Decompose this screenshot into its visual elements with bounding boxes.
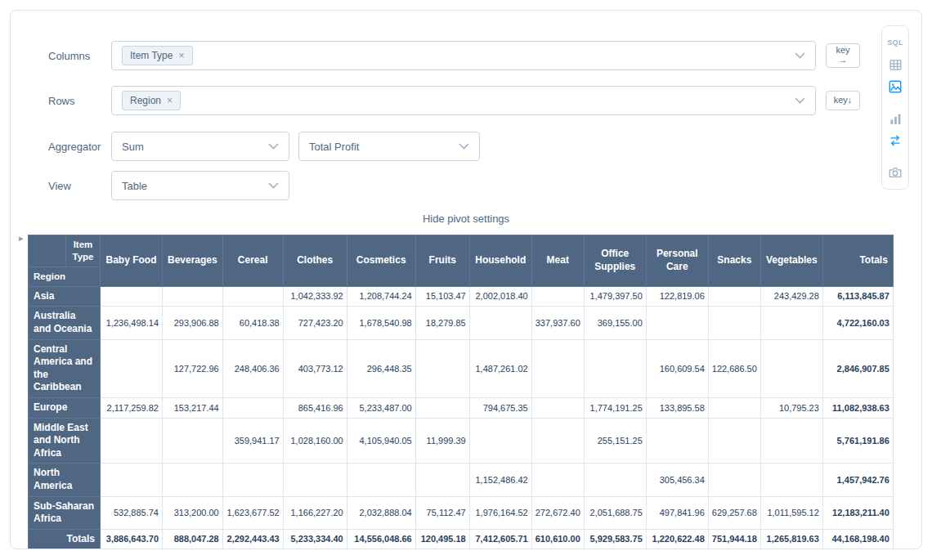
hide-pivot-settings-link[interactable]: Hide pivot settings: [11, 213, 921, 225]
pivot-grand-total-cell: 44,168,198.40: [822, 529, 893, 549]
pivot-value-cell: 532,885.74: [101, 496, 163, 529]
pivot-value-cell: [531, 286, 584, 307]
rows-select[interactable]: Region ×: [111, 86, 816, 115]
side-toolbar: SQL: [881, 25, 909, 190]
aggregator-value: Sum: [122, 141, 144, 153]
pivot-panel-card: Columns Item Type × key → Rows Region × …: [10, 10, 922, 549]
pivot-column-header: Cosmetics: [347, 235, 415, 287]
pivot-column-header: Meat: [531, 235, 584, 287]
table-grid-icon[interactable]: [886, 56, 904, 74]
pivot-value-cell: 359,941.17: [222, 418, 283, 464]
rows-key-order-button[interactable]: key↓: [826, 91, 860, 110]
pivot-value-cell: 1,166,227.20: [283, 496, 347, 529]
chevron-down-icon: [459, 143, 469, 150]
chevron-down-icon: [268, 143, 279, 150]
columns-label: Columns: [48, 41, 90, 70]
pivot-column-total-cell: 7,412,605.71: [469, 529, 531, 549]
view-select[interactable]: Table: [111, 171, 289, 200]
pivot-value-cell: 296,448.35: [347, 339, 415, 397]
pivot-value-cell: 153,217.44: [163, 397, 223, 418]
pivot-row-header: Europe: [29, 397, 101, 418]
pivot-value-cell: [101, 286, 163, 307]
pivot-row-header: Australia and Oceania: [29, 307, 101, 339]
collapse-panel-handle[interactable]: ▸: [19, 233, 24, 244]
pivot-value-cell: [646, 418, 708, 464]
pivot-column-header: Personal Care: [646, 235, 708, 287]
pivot-row: Asia1,042,333.921,208,744.2415,103.472,0…: [29, 286, 894, 307]
pivot-column-header: Office Supplies: [584, 235, 646, 287]
arrow-right-icon: →: [839, 56, 848, 65]
pivot-value-cell: 403,773.12: [283, 339, 347, 397]
pivot-value-cell: 1,479,397.50: [584, 286, 646, 307]
pivot-value-cell: [101, 339, 163, 397]
pivot-value-cell: 122,819.06: [646, 286, 708, 307]
export-transfer-icon[interactable]: [886, 132, 904, 150]
pivot-value-cell: 497,841.96: [646, 496, 708, 529]
view-value: Table: [122, 180, 147, 192]
pivot-value-cell: 243,429.28: [760, 286, 822, 307]
pivot-value-cell: 5,233,487.00: [347, 397, 415, 418]
rows-tag: Region ×: [122, 91, 181, 110]
columns-tag-label: Item Type: [130, 50, 173, 61]
remove-tag-icon[interactable]: ×: [178, 51, 184, 60]
aggregator-select[interactable]: Sum: [111, 132, 289, 161]
arrow-down-icon: ↓: [848, 96, 853, 105]
pivot-value-cell: [531, 397, 584, 418]
pivot-row-total-cell: 11,082,938.63: [822, 397, 893, 418]
pivot-value-cell: [760, 339, 822, 397]
pivot-row-header: North America: [29, 464, 101, 496]
pivot-row: Europe2,117,259.82153,217.44865,416.965,…: [29, 397, 894, 418]
bar-chart-icon[interactable]: [886, 110, 904, 128]
pivot-value-cell: [708, 307, 760, 339]
pivot-value-cell: [163, 418, 223, 464]
pivot-value-cell: 2,032,888.04: [347, 496, 415, 529]
pivot-value-cell: 1,623,677.52: [222, 496, 283, 529]
pivot-row-total-cell: 4,722,160.03: [822, 307, 893, 339]
aggregator-arg-value: Total Profit: [309, 141, 359, 153]
columns-tag: Item Type ×: [122, 46, 193, 65]
pivot-value-cell: [760, 307, 822, 339]
columns-key-order-button[interactable]: key →: [826, 43, 860, 68]
pivot-value-cell: 127,722.96: [163, 339, 223, 397]
pivot-value-cell: [760, 464, 822, 496]
pivot-value-cell: [222, 464, 283, 496]
aggregator-arg-select[interactable]: Total Profit: [298, 132, 480, 161]
pivot-value-cell: 248,406.36: [222, 339, 283, 397]
chevron-down-icon: [268, 182, 279, 189]
pivot-row: Central America and the Caribbean127,722…: [29, 339, 894, 397]
pivot-table: Item TypeBaby FoodBeveragesCerealClothes…: [28, 235, 894, 549]
pivot-value-cell: 1,976,164.52: [469, 496, 531, 529]
pivot-column-total-cell: 5,929,583.75: [584, 529, 646, 549]
pivot-row-total-cell: 12,183,211.40: [822, 496, 893, 529]
pivot-value-cell: 2,002,018.40: [469, 286, 531, 307]
pivot-column-header: Household: [469, 235, 531, 287]
pivot-value-cell: 255,151.25: [584, 418, 646, 464]
pivot-value-cell: 1,011,595.12: [760, 496, 822, 529]
pivot-totals-column-header: Totals: [822, 235, 893, 287]
pivot-value-cell: [584, 464, 646, 496]
pivot-column-total-cell: 1,265,819.63: [760, 529, 822, 549]
pivot-value-cell: 15,103.47: [415, 286, 469, 307]
pivot-column-header: Vegetables: [760, 235, 822, 287]
pivot-column-total-cell: 5,233,334.40: [283, 529, 347, 549]
pivot-value-cell: 160,609.54: [646, 339, 708, 397]
sql-icon[interactable]: SQL: [886, 34, 904, 52]
pivot-row-header: Central America and the Caribbean: [29, 339, 101, 397]
pivot-value-cell: 1,152,486.42: [469, 464, 531, 496]
pivot-row-header: Asia: [29, 286, 101, 307]
sql-icon-label: SQL: [887, 38, 903, 47]
pivot-value-cell: 337,937.60: [531, 307, 584, 339]
rows-label: Rows: [48, 86, 75, 115]
pivot-value-cell: [531, 464, 584, 496]
view-label: View: [48, 171, 71, 200]
pivot-row-total-cell: 6,113,845.87: [822, 286, 893, 307]
chart-image-icon[interactable]: [886, 78, 904, 96]
pivot-col-attr-label: Item Type: [66, 235, 101, 267]
pivot-value-cell: 1,487,261.02: [469, 339, 531, 397]
camera-icon[interactable]: [886, 164, 904, 181]
columns-select[interactable]: Item Type ×: [111, 41, 816, 70]
pivot-value-cell: [708, 397, 760, 418]
pivot-value-cell: 4,105,940.05: [347, 418, 415, 464]
remove-tag-icon[interactable]: ×: [167, 96, 173, 105]
chevron-down-icon: [795, 97, 805, 104]
